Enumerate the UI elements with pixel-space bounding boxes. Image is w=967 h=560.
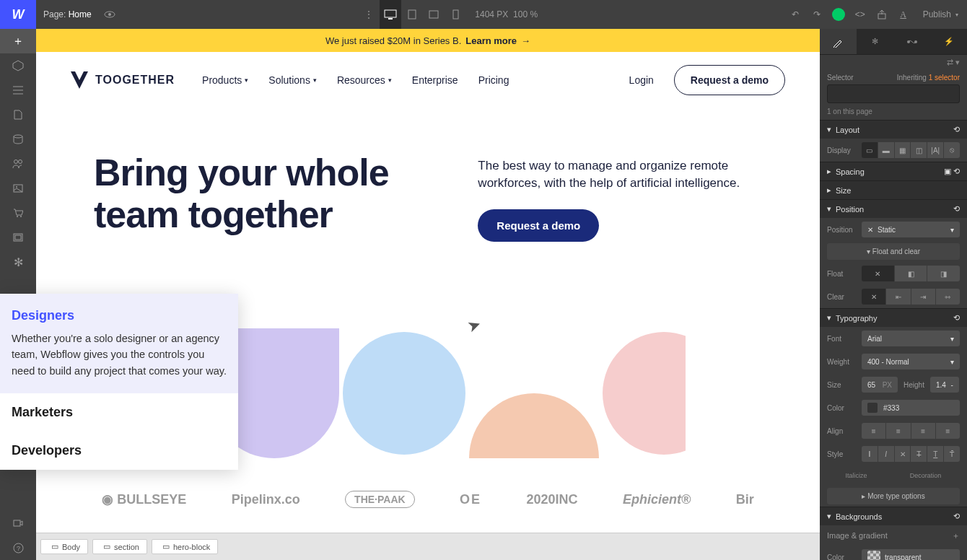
clear-right-icon[interactable]: ⇥ [911,289,935,305]
decoration-none-icon[interactable]: ✕ [894,446,911,462]
nav-resources[interactable]: Resources▾ [337,74,392,86]
crumb-body[interactable]: ▭Body [40,539,88,554]
clear-left-icon[interactable]: ⇤ [885,289,910,305]
tablet-viewport-icon[interactable] [401,0,423,29]
align-center-icon[interactable]: ≡ [885,423,910,439]
ecommerce-icon[interactable] [0,201,36,225]
section-size[interactable]: ▸ Size [820,180,967,199]
float-clear-toggle[interactable]: ▾ Float and clear [827,243,960,260]
site-logo[interactable]: TOOGETHER [71,71,175,89]
more-type-options[interactable]: ▸ More type options [827,488,960,504]
popup-designers[interactable]: Designers Whether you're a solo designer… [0,294,238,393]
display-flex-icon[interactable]: ▬ [878,142,894,158]
status-ok-icon[interactable] [828,0,849,29]
assets-icon[interactable] [0,176,36,201]
display-block-icon[interactable]: ▭ [862,142,878,158]
crumb-section[interactable]: ▭section [92,539,147,554]
nav-solutions[interactable]: Solutions▾ [268,74,317,86]
components-icon[interactable] [0,225,36,250]
audit-icon[interactable]: A [893,0,914,29]
clear-none-icon[interactable]: ✕ [862,289,885,305]
settings-icon[interactable]: ✻ [0,250,36,274]
help-icon[interactable]: ? [0,535,36,560]
logo-oe: OE [460,492,481,507]
hero-subtext[interactable]: The best way to manage and organize remo… [478,157,762,192]
svg-point-8 [14,135,22,138]
float-options: ✕ ◧ ◨ [862,266,960,281]
decoration-overline-icon[interactable]: T̄ [943,446,960,462]
add-bg-icon[interactable]: ＋ [952,530,960,541]
mobile-viewport-icon[interactable] [445,0,466,29]
pages-icon[interactable] [0,102,36,127]
panel-menu-icon[interactable]: ⇄ ▾ [820,55,967,70]
nav-products[interactable]: Products▾ [202,74,248,86]
text-color-input[interactable]: #333 [862,400,960,416]
hero-cta-button[interactable]: Request a demo [478,209,599,242]
selector-input[interactable] [827,84,960,103]
svg-rect-3 [388,18,393,19]
align-justify-icon[interactable]: ≡ [935,423,960,439]
nav-demo-button[interactable]: Request a demo [674,65,785,95]
add-element-icon[interactable]: ＋ [0,29,36,53]
section-typography[interactable]: ▾ Typography⟲ [820,308,967,327]
display-options[interactable]: ▭ ▬ ▦ ◫ |A| ⦸ [862,142,960,158]
align-left-icon[interactable]: ≡ [862,423,885,439]
hero-headline[interactable]: Bring your whole team together [94,152,434,242]
section-position[interactable]: ▾ Position⟲ [820,199,967,218]
video-icon[interactable] [0,511,36,535]
cms-icon[interactable] [0,127,36,152]
tab-style-icon[interactable] [820,29,857,54]
section-backgrounds[interactable]: ▾ Backgrounds⟲ [820,507,967,525]
nav-login[interactable]: Login [629,74,654,86]
tab-effects-icon[interactable]: ⚡ [930,29,967,54]
popup-developers[interactable]: Developers [0,432,238,470]
font-size-input[interactable]: 65PX [862,377,898,393]
display-inline-icon[interactable]: |A| [927,142,943,158]
code-icon[interactable]: <> [849,0,871,29]
symbols-icon[interactable] [0,53,36,78]
announcement-text: We just raised $20M in Series B. [325,35,461,46]
publish-button[interactable]: Publish ▾ [914,9,967,19]
float-none-icon[interactable]: ✕ [862,266,894,281]
position-select[interactable]: ✕ Static▾ [862,222,960,237]
undo-icon[interactable]: ↶ [784,0,806,29]
tab-interactions-icon[interactable] [893,29,930,54]
style-regular-icon[interactable]: I [862,446,878,462]
desktop-viewport-icon[interactable] [380,0,401,29]
tablet-landscape-icon[interactable] [423,0,445,29]
more-icon[interactable]: ⋮ [358,0,380,29]
decoration-underline-icon[interactable]: T [927,446,943,462]
preview-icon[interactable] [99,0,121,29]
weight-select[interactable]: 400 - Normal▾ [862,354,960,369]
client-logos: ◉ BULLSEYE Pipelinx.co THE·PAAK OE 2020I… [36,491,820,508]
font-select[interactable]: Arial▾ [862,331,960,346]
users-icon[interactable] [0,152,36,176]
float-left-icon[interactable]: ◧ [894,266,927,281]
decoration-strike-icon[interactable]: T [910,446,927,462]
redo-icon[interactable]: ↷ [806,0,828,29]
export-icon[interactable] [871,0,893,29]
popup-marketers[interactable]: Marketers [0,393,238,432]
nav-pricing[interactable]: Pricing [478,74,509,86]
nav-enterprise[interactable]: Enterprise [412,74,458,86]
style-italic-icon[interactable]: I [878,446,894,462]
navigator-icon[interactable] [0,78,36,102]
page-selector[interactable]: Page: Home [36,9,99,19]
top-toolbar: W Page: Home ⋮ 1404 PX 100 % ↶ ↷ <> A Pu… [0,0,967,29]
bg-color-input[interactable]: transparent [862,549,960,560]
display-inlineblock-icon[interactable]: ◫ [910,142,927,158]
float-right-icon[interactable]: ◨ [927,266,960,281]
display-grid-icon[interactable]: ▦ [894,142,911,158]
align-right-icon[interactable]: ≡ [911,423,935,439]
arrow-right-icon: → [521,35,530,46]
crumb-hero[interactable]: ▭hero-block [152,539,218,554]
tab-settings-icon[interactable]: ✻ [857,29,893,54]
clear-both-icon[interactable]: ⇿ [935,289,960,305]
announcement-link[interactable]: Learn more [465,35,517,46]
announcement-bar[interactable]: We just raised $20M in Series B. Learn m… [36,29,820,52]
webflow-logo[interactable]: W [0,0,36,29]
display-none-icon[interactable]: ⦸ [943,142,960,158]
section-layout[interactable]: ▾ Layout⟲ [820,120,967,139]
line-height-input[interactable]: 1.4- [930,377,959,393]
section-spacing[interactable]: ▸ Spacing▣ ⟲ [820,162,967,180]
